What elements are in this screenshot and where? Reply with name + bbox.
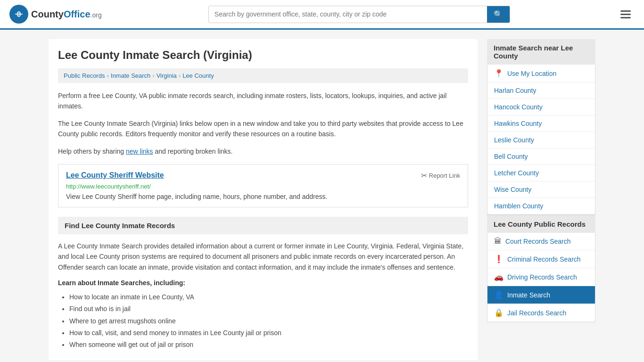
sheriff-website-link[interactable]: Lee County Sheriff Website <box>66 171 164 180</box>
report-link-label: Report Link <box>429 172 460 179</box>
public-records-title: Lee County Public Records <box>487 215 595 233</box>
court-icon: 🏛 <box>494 237 502 246</box>
public-records-item[interactable]: 🔒Jail Records Search <box>487 304 595 322</box>
info-section: Find Lee County Inmate Records A Lee Cou… <box>58 217 468 351</box>
breadcrumb-virginia[interactable]: Virginia <box>157 72 177 79</box>
main-content: Lee County Inmate Search (Virginia) Publ… <box>49 39 478 360</box>
nearby-title: Inmate Search near Lee County <box>487 39 595 65</box>
hamburger-line-1 <box>620 10 631 12</box>
sidebar-item-label: Jail Records Search <box>507 309 566 317</box>
sidebar-item-label: Bell County <box>494 153 528 160</box>
sidebar-item-label: Leslie County <box>494 136 534 144</box>
breadcrumb-public-records[interactable]: Public Records <box>64 72 105 79</box>
sidebar-item-label: Hawkins County <box>494 120 542 127</box>
use-my-location-item[interactable]: 📍Use My Location <box>487 65 595 82</box>
sheriff-description: View Lee County Sheriff home page, inclu… <box>66 193 460 200</box>
new-links-link[interactable]: new links <box>126 148 153 155</box>
sidebar-item-label: Letcher County <box>494 169 539 177</box>
link-card-header: Lee County Sheriff Website ✂ Report Link <box>66 171 460 180</box>
public-records-items: 🏛Court Records Search❗Criminal Records S… <box>487 233 595 322</box>
hamburger-line-2 <box>620 14 631 15</box>
bullet-item: Find out who is in jail <box>69 303 468 315</box>
sidebar-item-label: Hancock County <box>494 103 543 111</box>
sidebar: Inmate Search near Lee County 📍Use My Lo… <box>487 39 595 360</box>
hamburger-line-3 <box>620 17 631 18</box>
search-area: 🔍 <box>208 6 510 23</box>
nearby-section: Inmate Search near Lee County 📍Use My Lo… <box>487 39 595 215</box>
sidebar-item-label: Use My Location <box>507 70 556 77</box>
logo[interactable]: CountyOffice.org <box>9 5 102 24</box>
breadcrumb: Public Records › Inmate Search › Virgini… <box>58 68 468 83</box>
breadcrumb-lee-county[interactable]: Lee County <box>182 72 214 79</box>
page-title: Lee County Inmate Search (Virginia) <box>58 49 468 62</box>
breadcrumb-sep-2: › <box>152 72 154 79</box>
logo-icon <box>9 5 28 24</box>
sidebar-item-label: Criminal Records Search <box>507 255 581 263</box>
public-records-item[interactable]: 👤Inmate Search <box>487 286 595 304</box>
sidebar-item-label: Hamblen County <box>494 202 543 210</box>
exclaim-icon: ❗ <box>494 255 504 263</box>
nearby-county-item[interactable]: Leslie County <box>487 132 595 148</box>
scissors-icon: ✂ <box>421 171 427 180</box>
link-card: Lee County Sheriff Website ✂ Report Link… <box>58 164 468 207</box>
nearby-county-item[interactable]: Harlan County <box>487 82 595 99</box>
search-wrapper: 🔍 <box>208 6 510 23</box>
location-icon: 📍 <box>494 69 504 78</box>
menu-button[interactable] <box>617 7 635 22</box>
desc3-prefix: Help others by sharing <box>58 148 126 155</box>
learn-header: Learn about Inmate Searches, including: <box>58 279 468 287</box>
info-section-body: A Lee County Inmate Search provides deta… <box>58 241 468 272</box>
nearby-county-item[interactable]: Hamblen County <box>487 198 595 214</box>
sidebar-item-label: Driving Records Search <box>507 273 577 281</box>
person-icon: 👤 <box>494 290 504 299</box>
search-button[interactable]: 🔍 <box>487 6 510 23</box>
desc3-suffix: and reporting broken links. <box>153 148 233 155</box>
breadcrumb-inmate-search[interactable]: Inmate Search <box>111 72 151 79</box>
car-icon: 🚗 <box>494 272 504 281</box>
public-records-item[interactable]: 🏛Court Records Search <box>487 233 595 250</box>
nearby-county-item[interactable]: Bell County <box>487 148 595 165</box>
report-link-button[interactable]: ✂ Report Link <box>421 171 460 180</box>
description-2: The Lee County Inmate Search (Virginia) … <box>58 118 468 140</box>
description-1: Perform a free Lee County, VA public inm… <box>58 90 468 112</box>
sidebar-item-label: Harlan County <box>494 87 537 94</box>
public-records-section: Lee County Public Records 🏛Court Records… <box>487 215 595 322</box>
nearby-county-item[interactable]: Hancock County <box>487 99 595 115</box>
bullet-item: How to call, visit, and send money to in… <box>69 327 468 339</box>
nearby-county-item[interactable]: Letcher County <box>487 165 595 181</box>
sidebar-item-label: Inmate Search <box>507 291 550 299</box>
bullet-item: When someone will get out of jail or pri… <box>69 339 468 351</box>
sheriff-url[interactable]: http://www.leecountysheriff.net/ <box>66 183 460 190</box>
sidebar-item-label: Wise County <box>494 186 531 193</box>
logo-text: CountyOffice.org <box>31 9 102 20</box>
public-records-item[interactable]: ❗Criminal Records Search <box>487 250 595 268</box>
description-3: Help others by sharing new links and rep… <box>58 146 468 156</box>
breadcrumb-sep-3: › <box>179 72 181 79</box>
search-input[interactable] <box>209 6 487 23</box>
public-records-item[interactable]: 🚗Driving Records Search <box>487 268 595 286</box>
info-section-header: Find Lee County Inmate Records <box>58 217 468 234</box>
lock-icon: 🔒 <box>494 308 504 317</box>
bullet-item: Where to get arrest mugshots online <box>69 315 468 327</box>
breadcrumb-sep-1: › <box>107 72 108 79</box>
sidebar-item-label: Court Records Search <box>505 238 571 245</box>
nearby-items: 📍Use My LocationHarlan CountyHancock Cou… <box>487 65 595 215</box>
nearby-county-item[interactable]: Hawkins County <box>487 115 595 132</box>
bullet-list: How to locate an inmate in Lee County, V… <box>58 291 468 351</box>
nearby-county-item[interactable]: Wise County <box>487 181 595 198</box>
bullet-item: How to locate an inmate in Lee County, V… <box>69 291 468 303</box>
